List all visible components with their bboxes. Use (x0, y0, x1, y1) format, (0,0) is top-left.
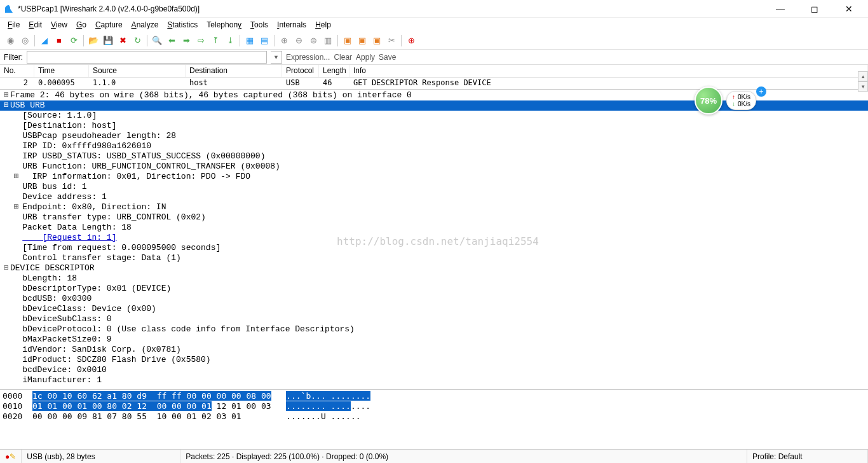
menu-analyze[interactable]: Analyze (128, 19, 163, 31)
capture-options-icon[interactable]: ◉ (4, 34, 17, 47)
restart-icon[interactable]: ⟳ (67, 34, 80, 47)
help-icon[interactable]: ⊕ (405, 34, 417, 47)
detail-line[interactable]: IRP ID: 0xffffd980a1626010 (0, 141, 868, 151)
detail-line[interactable]: [Destination: host] (0, 121, 868, 131)
goto-icon[interactable]: ⇨ (194, 34, 207, 47)
minimize-button[interactable]: — (769, 4, 792, 14)
overlay-plus-icon[interactable]: + (756, 86, 766, 97)
detail-line[interactable]: idVendor: SanDisk Corp. (0x0781) (0, 345, 868, 355)
toolbar: ◉ ◎ ◢ ■ ⟳ 📂 💾 ✖ ↻ 🔍 ⬅ ➡ ⇨ ⤒ ⤓ ▦ ▤ ⊕ ⊖ ⊜ … (0, 32, 868, 50)
detail-line[interactable]: idProduct: SDCZ80 Flash Drive (0x5580) (0, 355, 868, 365)
capture-start-icon[interactable]: ◎ (18, 34, 31, 47)
col-destination[interactable]: Destination (186, 65, 282, 77)
close-button[interactable]: ✕ (837, 4, 860, 14)
detail-pane[interactable]: ⊞Frame 2: 46 bytes on wire (368 bits), 4… (0, 90, 868, 390)
zoomout-icon[interactable]: ⊖ (292, 34, 305, 47)
detail-line[interactable]: bDeviceSubClass: 0 (0, 314, 868, 324)
back-icon[interactable]: ⬅ (165, 34, 178, 47)
close-file-icon[interactable]: ✖ (116, 34, 129, 47)
detail-line[interactable]: bcdUSB: 0x0300 (0, 294, 868, 304)
colorize-icon[interactable]: ▦ (243, 34, 256, 47)
menu-tools[interactable]: Tools (247, 19, 272, 31)
detail-line[interactable]: Control transfer stage: Data (1) (0, 253, 868, 263)
menu-go[interactable]: Go (72, 19, 90, 31)
detail-line[interactable]: bcdDevice: 0x0010 (0, 365, 868, 375)
detail-line[interactable]: bDescriptorType: 0x01 (DEVICE) (0, 284, 868, 294)
open-icon[interactable]: 📂 (87, 34, 100, 47)
hex-row[interactable]: 0020 00 00 00 09 81 07 80 55 10 00 01 02… (3, 411, 865, 422)
detail-line[interactable]: bDeviceClass: Device (0x00) (0, 304, 868, 314)
detail-line[interactable]: IRP USBD_STATUS: USBD_STATUS_SUCCESS (0x… (0, 151, 868, 162)
detail-line[interactable]: URB Function: URB_FUNCTION_CONTROL_TRANS… (0, 162, 868, 172)
reload-icon[interactable]: ↻ (131, 34, 144, 47)
col-no[interactable]: No. (0, 65, 34, 77)
detail-line[interactable]: USBPcap pseudoheader length: 28 (0, 131, 868, 141)
menu-capture[interactable]: Capture (92, 19, 126, 31)
col-time[interactable]: Time (34, 65, 89, 77)
status-left: USB (usb), 28 bytes (22, 450, 180, 463)
status-mid: Packets: 225 · Displayed: 225 (100.0%) ·… (180, 450, 747, 463)
first-icon[interactable]: ⤒ (209, 34, 222, 47)
menu-file[interactable]: File (4, 19, 24, 31)
filter-input[interactable] (27, 51, 267, 64)
capture-filter-icon[interactable]: ▣ (341, 34, 354, 47)
upload-speed: 0K/s (738, 93, 750, 100)
speed-readouts: ↑0K/s ↓0K/s (726, 91, 756, 110)
shark-fin-icon[interactable]: ◢ (38, 34, 51, 47)
filter-clear[interactable]: Clear (334, 53, 352, 62)
detail-line[interactable]: bDeviceProtocol: 0 (Use class code info … (0, 324, 868, 335)
request-in-link[interactable]: [Request in: 1] (0, 233, 868, 243)
hex-pane[interactable]: 0000 1c 00 10 60 62 a1 80 d9 ff ff 00 00… (0, 390, 868, 437)
maximize-button[interactable]: ◻ (803, 4, 826, 14)
detail-line[interactable]: Device address: 1 (0, 192, 868, 202)
detail-line[interactable]: Packet Data Length: 18 (0, 223, 868, 233)
status-expert-icon[interactable]: ● ✎ (0, 450, 22, 463)
detail-line[interactable]: [Time from request: 0.000095000 seconds] (0, 243, 868, 253)
filter-dropdown-icon[interactable]: ▼ (271, 51, 282, 64)
filter-expression[interactable]: Expression... (286, 53, 330, 62)
scroll-up-icon[interactable]: ▴ (858, 71, 868, 81)
hex-row[interactable]: 0000 1c 00 10 60 62 a1 80 d9 ff ff 00 00… (3, 391, 865, 401)
col-source[interactable]: Source (89, 65, 186, 77)
find-icon[interactable]: 🔍 (151, 34, 163, 47)
detail-line[interactable]: iManufacturer: 1 (0, 375, 868, 385)
detail-line[interactable]: ⊞ IRP information: 0x01, Direction: PDO … (0, 172, 868, 182)
speed-percent[interactable]: 78% (695, 86, 722, 114)
filter-apply[interactable]: Apply (356, 53, 375, 62)
statusbar: ● ✎ USB (usb), 28 bytes Packets: 225 · D… (0, 449, 868, 463)
stop-icon[interactable]: ■ (53, 34, 65, 47)
menu-edit[interactable]: Edit (25, 19, 46, 31)
menu-internals[interactable]: Internals (273, 19, 310, 31)
zoomin-icon[interactable]: ⊕ (278, 34, 290, 47)
detail-line[interactable]: bMaxPacketSize0: 9 (0, 335, 868, 345)
cell-no: 2 (0, 78, 34, 89)
display-filter-icon[interactable]: ▣ (356, 34, 369, 47)
detail-line[interactable]: URB bus id: 1 (0, 182, 868, 192)
menu-statistics[interactable]: Statistics (163, 19, 201, 31)
prefs-icon[interactable]: ✂ (385, 34, 398, 47)
cell-src: 1.1.0 (89, 78, 186, 89)
detail-line[interactable]: URB transfer type: URB_CONTROL (0x02) (0, 212, 868, 223)
forward-icon[interactable]: ➡ (180, 34, 193, 47)
detail-line[interactable]: bLength: 18 (0, 273, 868, 284)
menu-help[interactable]: Help (311, 19, 335, 31)
menu-view[interactable]: View (47, 19, 71, 31)
menu-telephony[interactable]: Telephony (203, 19, 245, 31)
col-length[interactable]: Length (319, 65, 349, 77)
cell-proto: USB (282, 78, 319, 89)
zoomreset-icon[interactable]: ⊜ (307, 34, 320, 47)
resize-cols-icon[interactable]: ▥ (322, 34, 334, 47)
device-descriptor-header[interactable]: ⊟DEVICE DESCRIPTOR (0, 263, 868, 273)
filter-label: Filter: (4, 53, 23, 62)
autoscroll-icon[interactable]: ▤ (258, 34, 271, 47)
filter-save[interactable]: Save (379, 53, 396, 62)
detail-line[interactable]: ⊞ Endpoint: 0x80, Direction: IN (0, 202, 868, 212)
coloring-rules-icon[interactable]: ▣ (370, 34, 383, 47)
col-info[interactable]: Info (349, 65, 868, 77)
save-icon[interactable]: 💾 (102, 34, 114, 47)
hex-row[interactable]: 0010 01 01 00 01 00 80 02 12 00 00 00 01… (3, 401, 865, 411)
col-protocol[interactable]: Protocol (282, 65, 319, 77)
last-icon[interactable]: ⤓ (224, 34, 236, 47)
cell-time: 0.000095 (34, 78, 89, 89)
status-profile[interactable]: Profile: Default (747, 450, 868, 463)
